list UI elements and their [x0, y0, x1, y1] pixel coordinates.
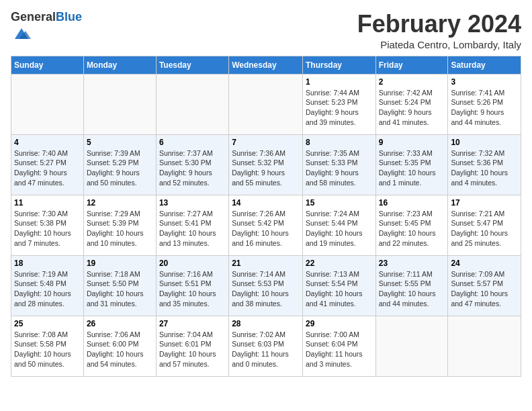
weekday-header-row: SundayMondayTuesdayWednesdayThursdayFrid…	[11, 56, 521, 74]
day-number: 27	[159, 319, 226, 328]
day-info: Sunrise: 7:23 AM Sunset: 5:45 PM Dayligh…	[379, 209, 445, 248]
calendar-week-row: 1Sunrise: 7:44 AM Sunset: 5:23 PM Daylig…	[11, 74, 521, 134]
day-info: Sunrise: 7:39 AM Sunset: 5:29 PM Dayligh…	[87, 148, 153, 188]
location-title: Piateda Centro, Lombardy, Italy	[357, 39, 521, 50]
calendar-cell: 29Sunrise: 7:00 AM Sunset: 6:04 PM Dayli…	[302, 316, 375, 376]
day-info: Sunrise: 7:26 AM Sunset: 5:42 PM Dayligh…	[232, 209, 300, 248]
calendar-cell: 24Sunrise: 7:09 AM Sunset: 5:57 PM Dayli…	[448, 255, 521, 316]
day-number: 15	[306, 198, 373, 208]
day-info: Sunrise: 7:35 AM Sunset: 5:33 PM Dayligh…	[306, 148, 373, 188]
calendar-cell: 3Sunrise: 7:41 AM Sunset: 5:26 PM Daylig…	[448, 74, 521, 134]
day-number: 12	[87, 198, 153, 208]
calendar-cell	[11, 74, 84, 134]
weekday-header: Monday	[83, 56, 156, 74]
day-info: Sunrise: 7:30 AM Sunset: 5:38 PM Dayligh…	[14, 209, 81, 248]
day-info: Sunrise: 7:29 AM Sunset: 5:39 PM Dayligh…	[87, 209, 153, 248]
day-info: Sunrise: 7:14 AM Sunset: 5:53 PM Dayligh…	[232, 269, 300, 309]
logo-icon	[12, 24, 31, 43]
day-info: Sunrise: 7:06 AM Sunset: 6:00 PM Dayligh…	[87, 330, 153, 369]
calendar-cell: 13Sunrise: 7:27 AM Sunset: 5:41 PM Dayli…	[156, 195, 228, 255]
day-number: 11	[14, 198, 81, 208]
calendar-cell: 8Sunrise: 7:35 AM Sunset: 5:33 PM Daylig…	[302, 134, 375, 195]
calendar-cell: 17Sunrise: 7:21 AM Sunset: 5:47 PM Dayli…	[448, 195, 521, 255]
calendar-cell: 9Sunrise: 7:33 AM Sunset: 5:35 PM Daylig…	[375, 134, 448, 195]
calendar-cell: 2Sunrise: 7:42 AM Sunset: 5:24 PM Daylig…	[375, 74, 448, 134]
calendar-cell: 19Sunrise: 7:18 AM Sunset: 5:50 PM Dayli…	[83, 255, 156, 316]
day-info: Sunrise: 7:19 AM Sunset: 5:48 PM Dayligh…	[14, 269, 81, 309]
weekday-header: Saturday	[448, 56, 521, 74]
calendar-cell	[375, 316, 448, 376]
day-info: Sunrise: 7:37 AM Sunset: 5:30 PM Dayligh…	[159, 148, 226, 188]
day-info: Sunrise: 7:41 AM Sunset: 5:26 PM Dayligh…	[451, 88, 518, 128]
calendar-cell: 22Sunrise: 7:13 AM Sunset: 5:54 PM Dayli…	[302, 255, 375, 316]
day-info: Sunrise: 7:09 AM Sunset: 5:57 PM Dayligh…	[451, 269, 518, 309]
day-info: Sunrise: 7:24 AM Sunset: 5:44 PM Dayligh…	[306, 209, 373, 248]
day-number: 26	[87, 319, 153, 328]
weekday-header: Wednesday	[229, 56, 303, 74]
day-number: 23	[379, 259, 445, 268]
day-number: 17	[451, 198, 518, 208]
calendar-cell: 5Sunrise: 7:39 AM Sunset: 5:29 PM Daylig…	[83, 134, 156, 195]
day-number: 13	[159, 198, 226, 208]
day-number: 5	[87, 138, 153, 147]
day-number: 22	[306, 259, 373, 268]
day-info: Sunrise: 7:04 AM Sunset: 6:01 PM Dayligh…	[159, 330, 226, 369]
logo: GeneralBlue	[11, 11, 82, 46]
day-number: 18	[14, 259, 81, 268]
logo-general: General	[11, 10, 56, 24]
calendar-table: SundayMondayTuesdayWednesdayThursdayFrid…	[11, 56, 521, 377]
calendar-cell	[229, 74, 303, 134]
day-info: Sunrise: 7:11 AM Sunset: 5:55 PM Dayligh…	[379, 269, 445, 309]
day-info: Sunrise: 7:27 AM Sunset: 5:41 PM Dayligh…	[159, 209, 226, 248]
day-info: Sunrise: 7:33 AM Sunset: 5:35 PM Dayligh…	[379, 148, 445, 188]
day-number: 29	[306, 319, 373, 328]
day-info: Sunrise: 7:18 AM Sunset: 5:50 PM Dayligh…	[87, 269, 153, 309]
day-number: 28	[232, 319, 300, 328]
calendar-week-row: 25Sunrise: 7:08 AM Sunset: 5:58 PM Dayli…	[11, 316, 521, 376]
calendar-cell: 6Sunrise: 7:37 AM Sunset: 5:30 PM Daylig…	[156, 134, 228, 195]
calendar-cell: 18Sunrise: 7:19 AM Sunset: 5:48 PM Dayli…	[11, 255, 84, 316]
day-info: Sunrise: 7:08 AM Sunset: 5:58 PM Dayligh…	[14, 330, 81, 369]
calendar-cell: 23Sunrise: 7:11 AM Sunset: 5:55 PM Dayli…	[375, 255, 448, 316]
day-info: Sunrise: 7:44 AM Sunset: 5:23 PM Dayligh…	[306, 88, 373, 128]
calendar-cell: 10Sunrise: 7:32 AM Sunset: 5:36 PM Dayli…	[448, 134, 521, 195]
day-number: 21	[232, 259, 300, 268]
title-block: February 2024 Piateda Centro, Lombardy, …	[357, 11, 521, 50]
calendar-cell: 21Sunrise: 7:14 AM Sunset: 5:53 PM Dayli…	[229, 255, 303, 316]
day-number: 3	[451, 77, 518, 87]
day-number: 25	[14, 319, 81, 328]
page-header: GeneralBlue February 2024 Piateda Centro…	[11, 11, 521, 50]
day-number: 2	[379, 77, 445, 87]
month-title: February 2024	[357, 11, 521, 38]
day-info: Sunrise: 7:36 AM Sunset: 5:32 PM Dayligh…	[232, 148, 300, 188]
calendar-cell: 26Sunrise: 7:06 AM Sunset: 6:00 PM Dayli…	[83, 316, 156, 376]
calendar-cell: 27Sunrise: 7:04 AM Sunset: 6:01 PM Dayli…	[156, 316, 228, 376]
day-number: 1	[306, 77, 373, 87]
day-info: Sunrise: 7:16 AM Sunset: 5:51 PM Dayligh…	[159, 269, 226, 309]
day-info: Sunrise: 7:13 AM Sunset: 5:54 PM Dayligh…	[306, 269, 373, 309]
day-info: Sunrise: 7:02 AM Sunset: 6:03 PM Dayligh…	[232, 330, 300, 369]
day-info: Sunrise: 7:00 AM Sunset: 6:04 PM Dayligh…	[306, 330, 373, 369]
logo-blue: Blue	[56, 10, 82, 24]
calendar-cell: 1Sunrise: 7:44 AM Sunset: 5:23 PM Daylig…	[302, 74, 375, 134]
calendar-week-row: 18Sunrise: 7:19 AM Sunset: 5:48 PM Dayli…	[11, 255, 521, 316]
calendar-week-row: 4Sunrise: 7:40 AM Sunset: 5:27 PM Daylig…	[11, 134, 521, 195]
day-info: Sunrise: 7:40 AM Sunset: 5:27 PM Dayligh…	[14, 148, 81, 188]
calendar-cell: 4Sunrise: 7:40 AM Sunset: 5:27 PM Daylig…	[11, 134, 84, 195]
calendar-cell: 15Sunrise: 7:24 AM Sunset: 5:44 PM Dayli…	[302, 195, 375, 255]
day-number: 16	[379, 198, 445, 208]
day-number: 9	[379, 138, 445, 147]
day-number: 14	[232, 198, 300, 208]
calendar-cell: 12Sunrise: 7:29 AM Sunset: 5:39 PM Dayli…	[83, 195, 156, 255]
day-info: Sunrise: 7:21 AM Sunset: 5:47 PM Dayligh…	[451, 209, 518, 248]
calendar-week-row: 11Sunrise: 7:30 AM Sunset: 5:38 PM Dayli…	[11, 195, 521, 255]
weekday-header: Tuesday	[156, 56, 228, 74]
calendar-cell	[448, 316, 521, 376]
day-number: 10	[451, 138, 518, 147]
day-number: 8	[306, 138, 373, 147]
day-number: 7	[232, 138, 300, 147]
weekday-header: Sunday	[11, 56, 84, 74]
day-number: 20	[159, 259, 226, 268]
calendar-cell: 28Sunrise: 7:02 AM Sunset: 6:03 PM Dayli…	[229, 316, 303, 376]
calendar-cell: 14Sunrise: 7:26 AM Sunset: 5:42 PM Dayli…	[229, 195, 303, 255]
